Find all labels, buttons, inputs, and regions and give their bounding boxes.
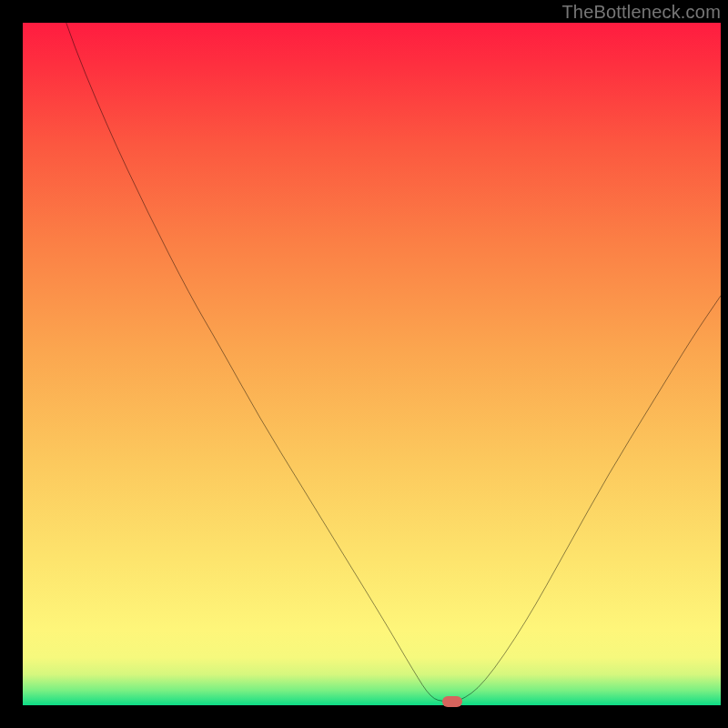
bottleneck-curve bbox=[23, 23, 721, 702]
curve-layer bbox=[23, 23, 721, 705]
watermark-text: TheBottleneck.com bbox=[561, 2, 721, 23]
chart-frame: TheBottleneck.com bbox=[0, 0, 728, 728]
plot-area bbox=[23, 23, 721, 705]
optimal-point-marker bbox=[442, 696, 462, 707]
